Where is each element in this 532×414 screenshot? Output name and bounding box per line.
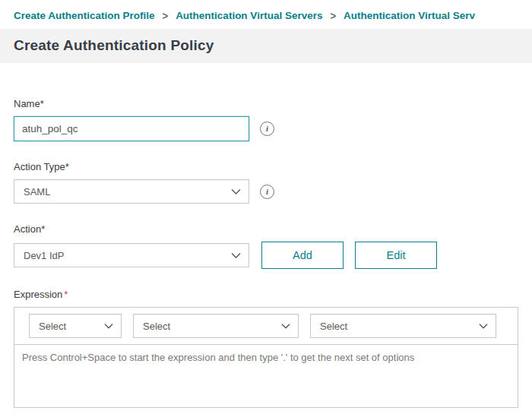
breadcrumb-item-authentication-virtual-server[interactable]: Authentication Virtual Serv xyxy=(344,10,475,21)
page-header: Create Authentication Policy xyxy=(0,29,532,63)
expression-select-3-value: Select xyxy=(320,321,347,332)
action-label: Action* xyxy=(14,223,518,235)
expression-editor: Select Select Se xyxy=(14,307,518,408)
chevron-down-icon xyxy=(231,250,241,261)
info-icon[interactable]: i xyxy=(260,185,274,199)
action-selected-value: Dev1 IdP xyxy=(24,250,64,261)
page-title: Create Authentication Policy xyxy=(14,37,518,54)
breadcrumb-item-create-authentication-profile[interactable]: Create Authentication Profile xyxy=(14,10,155,21)
breadcrumb-item-authentication-virtual-servers[interactable]: Authentication Virtual Servers xyxy=(176,10,322,21)
name-field-group: Name* i xyxy=(14,98,518,141)
chevron-down-icon xyxy=(281,321,290,332)
expression-input-area[interactable]: Press Control+Space to start the express… xyxy=(14,344,518,407)
action-select[interactable]: Dev1 IdP xyxy=(14,243,249,267)
expression-select-2[interactable]: Select xyxy=(133,314,299,338)
expression-label: Expression* xyxy=(14,289,518,300)
expression-field-group: Expression* Select Select xyxy=(14,289,518,408)
breadcrumb: Create Authentication Profile > Authenti… xyxy=(0,0,532,29)
expression-placeholder: Press Control+Space to start the express… xyxy=(22,352,414,363)
name-input[interactable] xyxy=(14,116,249,141)
action-type-label: Action Type* xyxy=(14,161,518,172)
action-field-group: Action* Dev1 IdP Add Edit xyxy=(14,223,518,269)
chevron-down-icon xyxy=(479,321,488,332)
info-icon[interactable]: i xyxy=(260,122,274,136)
edit-button[interactable]: Edit xyxy=(355,242,437,269)
chevron-down-icon xyxy=(104,321,113,332)
expression-toolbar: Select Select Se xyxy=(14,308,518,344)
action-type-field-group: Action Type* SAML i xyxy=(14,161,518,204)
chevron-right-icon: > xyxy=(163,9,169,22)
expression-select-1-value: Select xyxy=(39,321,66,332)
name-label: Name* xyxy=(14,98,518,109)
create-authentication-policy-form: Name* i Action Type* SAML i Action* De xyxy=(0,63,532,408)
chevron-down-icon xyxy=(231,186,241,198)
expression-select-1[interactable]: Select xyxy=(29,314,122,338)
chevron-right-icon: > xyxy=(330,9,336,22)
expression-select-2-value: Select xyxy=(143,321,170,332)
expression-label-text: Expression xyxy=(14,289,62,300)
required-asterisk: * xyxy=(64,289,68,300)
add-button[interactable]: Add xyxy=(261,242,344,269)
expression-select-3[interactable]: Select xyxy=(310,314,496,338)
action-type-select[interactable]: SAML xyxy=(14,179,249,204)
action-type-selected-value: SAML xyxy=(24,186,50,198)
